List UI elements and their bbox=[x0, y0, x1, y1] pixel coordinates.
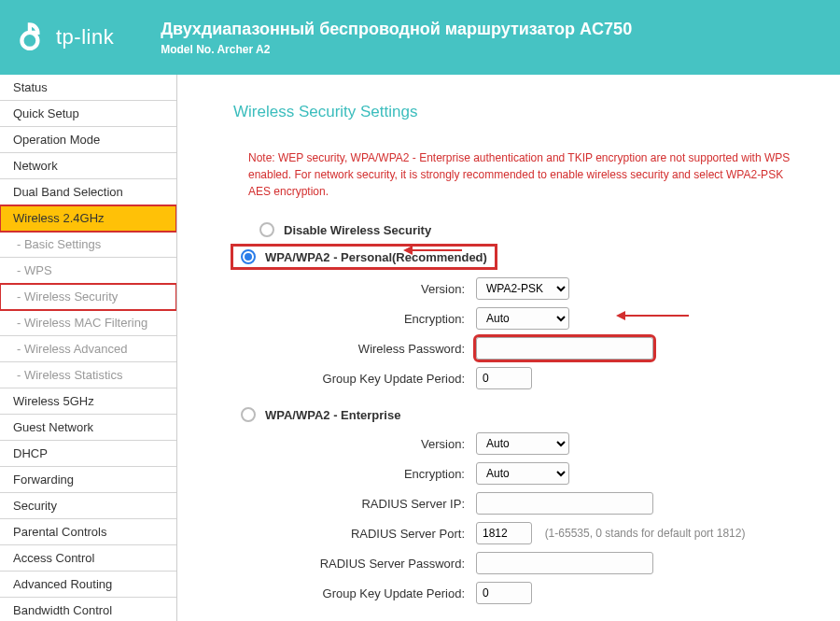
label-personal-encryption: Encryption: bbox=[233, 312, 476, 326]
label-ent-gkup: Group Key Update Period: bbox=[233, 586, 476, 600]
sidebar-item-wireless-mac-filtering[interactable]: - Wireless MAC Filtering bbox=[0, 310, 176, 336]
app-header: tp-link Двухдиапазонный беспроводной мар… bbox=[0, 0, 840, 75]
select-ent-version[interactable]: Auto bbox=[476, 432, 569, 455]
tplink-icon bbox=[19, 21, 50, 53]
label-radius-port: RADIUS Server Port: bbox=[233, 527, 476, 541]
sidebar-item-dual-band-selection[interactable]: Dual Band Selection bbox=[0, 179, 176, 205]
sidebar-item-wireless-5ghz[interactable]: Wireless 5GHz bbox=[0, 388, 176, 415]
option-disable-label: Disable Wireless Security bbox=[284, 223, 431, 237]
sidebar-item-quick-setup[interactable]: Quick Setup bbox=[0, 101, 176, 127]
select-personal-encryption[interactable]: Auto bbox=[476, 307, 569, 330]
label-personal-gkup: Group Key Update Period: bbox=[233, 372, 476, 386]
sidebar-item-basic-settings[interactable]: - Basic Settings bbox=[0, 232, 176, 258]
label-radius-pw: RADIUS Server Password: bbox=[233, 557, 476, 571]
sidebar-item-operation-mode[interactable]: Operation Mode bbox=[0, 127, 176, 153]
header-title-block: Двухдиапазонный беспроводной маршрутизат… bbox=[161, 20, 632, 56]
sidebar-item-guest-network[interactable]: Guest Network bbox=[0, 415, 176, 441]
label-ent-version: Version: bbox=[233, 437, 476, 451]
option-disable[interactable]: Disable Wireless Security bbox=[233, 222, 812, 237]
hint-radius-port: (1-65535, 0 stands for default port 1812… bbox=[545, 527, 746, 540]
arrow-to-personal-option bbox=[411, 249, 462, 251]
personal-fields: Version: WPA2-PSK Encryption: Auto Wirel… bbox=[233, 276, 812, 390]
sidebar-item-wps[interactable]: - WPS bbox=[0, 258, 176, 284]
svg-point-0 bbox=[21, 33, 37, 49]
arrow-to-password bbox=[623, 315, 689, 317]
sidebar-item-wireless-advanced[interactable]: - Wireless Advanced bbox=[0, 336, 176, 362]
option-enterprise-label: WPA/WPA2 - Enterprise bbox=[265, 408, 400, 422]
label-radius-ip: RADIUS Server IP: bbox=[233, 497, 476, 511]
radio-personal[interactable] bbox=[241, 249, 256, 264]
sidebar-item-wireless-security[interactable]: - Wireless Security bbox=[0, 284, 176, 310]
sidebar-item-network[interactable]: Network bbox=[0, 153, 176, 179]
main-content: Wireless Security Settings Note: WEP sec… bbox=[177, 75, 840, 621]
sidebar-item-bandwidth-control[interactable]: Bandwidth Control bbox=[0, 598, 176, 621]
sidebar-item-advanced-routing[interactable]: Advanced Routing bbox=[0, 572, 176, 598]
product-title: Двухдиапазонный беспроводной маршрутизат… bbox=[161, 20, 632, 39]
label-wireless-password: Wireless Password: bbox=[233, 342, 476, 356]
input-radius-port[interactable] bbox=[476, 522, 532, 544]
page-title: Wireless Security Settings bbox=[233, 103, 812, 121]
input-wireless-password[interactable] bbox=[476, 337, 653, 360]
label-ent-encryption: Encryption: bbox=[233, 467, 476, 481]
radio-enterprise[interactable] bbox=[241, 407, 256, 422]
input-ent-gkup[interactable] bbox=[476, 582, 532, 604]
radio-disable[interactable] bbox=[259, 222, 274, 237]
sidebar-item-status[interactable]: Status bbox=[0, 75, 176, 101]
enterprise-fields: Version: Auto Encryption: Auto RADIUS Se… bbox=[233, 431, 812, 605]
input-radius-ip[interactable] bbox=[476, 492, 653, 515]
select-personal-version[interactable]: WPA2-PSK bbox=[476, 277, 569, 300]
sidebar-item-access-control[interactable]: Access Control bbox=[0, 545, 176, 572]
sidebar-item-security[interactable]: Security bbox=[0, 493, 176, 519]
sidebar-item-dhcp[interactable]: DHCP bbox=[0, 441, 176, 467]
brand-logo: tp-link bbox=[19, 21, 114, 53]
sidebar-item-wireless-2-4ghz[interactable]: Wireless 2.4GHz bbox=[0, 205, 176, 232]
label-personal-version: Version: bbox=[233, 282, 476, 296]
model-number: Model No. Archer A2 bbox=[161, 43, 632, 56]
input-radius-pw[interactable] bbox=[476, 552, 653, 574]
option-enterprise[interactable]: WPA/WPA2 - Enterprise bbox=[233, 407, 812, 422]
input-personal-gkup[interactable] bbox=[476, 367, 532, 389]
sidebar-item-forwarding[interactable]: Forwarding bbox=[0, 467, 176, 493]
brand-text: tp-link bbox=[56, 25, 114, 49]
select-ent-encryption[interactable]: Auto bbox=[476, 462, 569, 485]
option-personal-label: WPA/WPA2 - Personal(Recommended) bbox=[265, 250, 487, 264]
sidebar-item-wireless-statistics[interactable]: - Wireless Statistics bbox=[0, 362, 176, 388]
security-note: Note: WEP security, WPA/WPA2 - Enterpris… bbox=[233, 149, 812, 200]
sidebar-nav: StatusQuick SetupOperation ModeNetworkDu… bbox=[0, 75, 177, 621]
sidebar-item-parental-controls[interactable]: Parental Controls bbox=[0, 519, 176, 545]
option-personal[interactable]: WPA/WPA2 - Personal(Recommended) bbox=[233, 247, 812, 267]
